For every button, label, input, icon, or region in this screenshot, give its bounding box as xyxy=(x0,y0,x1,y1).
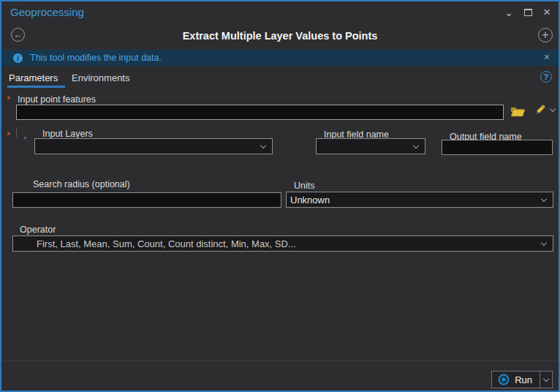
plus-icon: + xyxy=(542,29,548,42)
active-tab-underline xyxy=(7,86,65,88)
info-icon: i xyxy=(13,53,23,63)
close-icon[interactable]: × xyxy=(540,5,554,20)
operator-label: Operator xyxy=(20,225,56,235)
browse-button[interactable] xyxy=(510,105,526,118)
operator-value: First, Last, Mean, Sum, Count, Count dis… xyxy=(17,238,539,249)
message-bar: i This tool modifies the input data. × xyxy=(1,50,559,66)
input-field-name-dropdown[interactable] xyxy=(316,138,425,154)
tool-title: Extract Multiple Layer Values to Points xyxy=(1,30,559,42)
maximize-glyph xyxy=(524,9,532,16)
tab-strip: Parameters Environments ? xyxy=(1,69,559,89)
row-marker-dot xyxy=(24,137,26,139)
search-radius-label: Search radius (optional) xyxy=(33,179,130,189)
run-button[interactable]: Run xyxy=(492,372,540,388)
window-controls: ⌄ × xyxy=(502,5,554,20)
run-button-label: Run xyxy=(515,374,532,385)
run-play-icon xyxy=(498,374,510,385)
input-point-features-field[interactable] xyxy=(16,105,504,120)
folder-icon xyxy=(510,105,526,118)
geoprocessing-pane: Geoprocessing ⌄ × ← Extract Multiple Lay… xyxy=(0,0,560,392)
run-options-button[interactable] xyxy=(540,372,552,388)
pencil-icon xyxy=(532,103,546,117)
help-icon[interactable]: ? xyxy=(540,71,552,83)
output-field-name-field[interactable] xyxy=(442,140,553,155)
pane-title: Geoprocessing xyxy=(10,6,84,18)
footer-divider xyxy=(1,361,559,361)
tool-header: ← Extract Multiple Layer Values to Point… xyxy=(1,25,559,48)
collapse-pane-icon[interactable]: ⌄ xyxy=(502,5,516,20)
add-to-model-button[interactable]: + xyxy=(538,28,553,42)
chevron-down-icon xyxy=(541,195,547,201)
tab-environments[interactable]: Environments xyxy=(72,72,129,83)
chevron-down-icon xyxy=(543,376,549,382)
units-dropdown[interactable]: Unknown xyxy=(286,192,553,208)
input-layers-label: Input Layers xyxy=(42,129,93,139)
required-marker: * xyxy=(7,129,10,141)
chevron-down-icon xyxy=(260,142,266,148)
units-value: Unknown xyxy=(290,195,539,206)
run-button-group: Run xyxy=(491,371,553,388)
chevron-down-icon xyxy=(413,142,419,148)
required-marker: * xyxy=(7,94,10,105)
row-divider xyxy=(16,127,17,137)
input-layers-dropdown[interactable] xyxy=(34,138,273,154)
message-text: This tool modifies the input data. xyxy=(30,53,162,63)
units-label: Units xyxy=(294,181,314,191)
chevron-down-icon xyxy=(541,239,547,245)
edit-dropdown-chevron-icon xyxy=(550,106,556,112)
tab-parameters[interactable]: Parameters xyxy=(9,72,58,83)
search-radius-field[interactable] xyxy=(12,192,281,208)
pane-title-bar: Geoprocessing ⌄ × xyxy=(1,1,559,25)
maximize-icon[interactable] xyxy=(521,5,535,20)
message-close-icon[interactable]: × xyxy=(544,51,550,63)
operator-dropdown[interactable]: First, Last, Mean, Sum, Count, Count dis… xyxy=(12,235,553,252)
edit-expression-button[interactable] xyxy=(532,103,558,117)
input-point-features-label: Input point features xyxy=(18,94,96,105)
